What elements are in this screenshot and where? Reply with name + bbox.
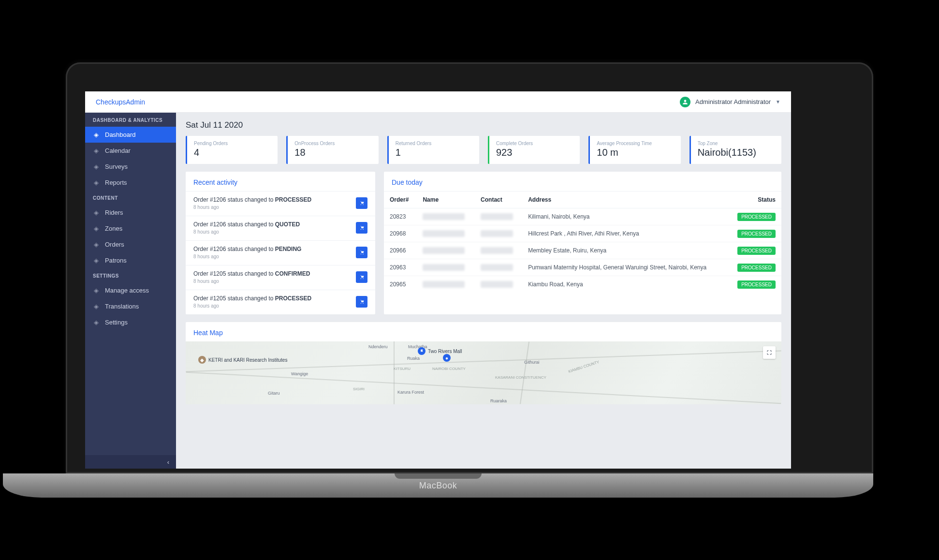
cell-contact: 0700000000: [475, 276, 522, 293]
cell-status: PROCESSED: [728, 242, 781, 259]
view-order-button[interactable]: [356, 271, 367, 283]
map-label: KITSURU: [394, 367, 411, 371]
due-today-panel: Due today Order#NameContactAddressStatus…: [384, 172, 781, 314]
view-order-button[interactable]: [356, 247, 367, 258]
cell-contact: 0700000000: [475, 242, 522, 259]
table-header: Name: [417, 192, 475, 208]
sidebar-item-reports[interactable]: ◈Reports: [85, 175, 176, 191]
panels-row: Recent activity Order #1206 status chang…: [186, 172, 781, 314]
stat-card: Average Processing Time10 m: [588, 136, 680, 164]
activity-timestamp: 8 hours ago: [193, 279, 310, 284]
cell-status: PROCESSED: [728, 259, 781, 276]
cell-name: Redacted Name: [417, 259, 475, 276]
map-label: KIAMBU COUNTY: [568, 360, 600, 374]
cell-address: Kiambu Road, Kenya: [522, 276, 728, 293]
cell-address: Hillcrest Park , Athi River, Athi River,…: [522, 225, 728, 242]
view-order-button[interactable]: [356, 197, 367, 209]
sidebar-item-settings[interactable]: ◈Settings: [85, 314, 176, 330]
table-row[interactable]: 20965 Redacted Name 0700000000 Kiambu Ro…: [384, 276, 781, 293]
cell-order: 20823: [384, 208, 417, 225]
stat-label: Average Processing Time: [597, 141, 674, 146]
brand-logo[interactable]: CheckupsAdmin: [96, 98, 145, 106]
sidebar-item-dashboard[interactable]: ◈Dashboard: [85, 127, 176, 143]
stat-label: OnProcess Orders: [294, 141, 371, 146]
map-label: Karura Forest: [397, 390, 424, 395]
table-header: Status: [728, 192, 781, 208]
user-menu[interactable]: Administrator Administrator ▼: [680, 97, 780, 107]
map-label: SIGIRI: [353, 387, 365, 391]
map-poi[interactable]: ●: [443, 354, 451, 362]
table-header: Order#: [384, 192, 417, 208]
activity-timestamp: 8 hours ago: [193, 205, 311, 210]
sidebar-item-label: Settings: [105, 319, 128, 326]
activity-item: Order #1205 status changed to PROCESSED …: [186, 290, 375, 314]
patron-icon: ◈: [93, 257, 100, 264]
calendar-icon: ◈: [93, 147, 100, 154]
activity-item: Order #1206 status changed to PROCESSED …: [186, 191, 375, 216]
translate-icon: ◈: [93, 303, 100, 310]
view-order-button[interactable]: [356, 296, 367, 308]
sidebar-item-surveys[interactable]: ◈Surveys: [85, 159, 176, 175]
map-poi[interactable]: ◆ KETRI and KARI Research Institutes: [198, 356, 287, 364]
sidebar-item-label: Reports: [105, 179, 127, 186]
table-header: Contact: [475, 192, 522, 208]
map-poi[interactable]: Two Rivers Mall: [418, 347, 462, 355]
sidebar-item-label: Riders: [105, 209, 123, 216]
stat-value: 923: [496, 147, 573, 158]
fullscreen-button[interactable]: [763, 346, 776, 359]
map-label: Wangige: [291, 371, 308, 376]
sidebar-item-calendar[interactable]: ◈Calendar: [85, 143, 176, 159]
settings-icon: ◈: [93, 319, 100, 326]
sidebar-item-label: Manage access: [105, 287, 149, 294]
table-row[interactable]: 20823 Redacted Name 0700000000 Kilimani,…: [384, 208, 781, 225]
map-label: Githurai: [524, 360, 540, 365]
status-badge: PROCESSED: [737, 213, 776, 221]
sidebar-item-label: Orders: [105, 241, 124, 248]
map-label: KASARANI CONSTITUENCY: [495, 375, 546, 380]
activity-timestamp: 8 hours ago: [193, 229, 300, 235]
table-row[interactable]: 20966 Redacted Name 0700000000 Membley E…: [384, 242, 781, 259]
sidebar-item-manage-access[interactable]: ◈Manage access: [85, 282, 176, 298]
sidebar-collapse-button[interactable]: ‹: [85, 455, 176, 469]
activity-text: Order #1205 status changed to CONFIRMED: [193, 270, 310, 277]
stat-card: Returned Orders1: [387, 136, 479, 164]
sidebar-item-translations[interactable]: ◈Translations: [85, 298, 176, 314]
laptop-mockup: CheckupsAdmin Administrator Administrato…: [66, 62, 873, 498]
view-order-button[interactable]: [356, 222, 367, 234]
stat-card: OnProcess Orders18: [286, 136, 378, 164]
cell-name: Redacted Name: [417, 208, 475, 225]
activity-item: Order #1206 status changed to QUOTED 8 h…: [186, 216, 375, 240]
sidebar-item-orders[interactable]: ◈Orders: [85, 236, 176, 252]
cell-status: PROCESSED: [728, 225, 781, 242]
cell-contact: 0700000000: [475, 208, 522, 225]
recent-activity-title: Recent activity: [186, 172, 375, 191]
zone-icon: ◈: [93, 225, 100, 232]
stat-card: Complete Orders923: [488, 136, 580, 164]
sidebar-item-zones[interactable]: ◈Zones: [85, 221, 176, 236]
cell-contact: 0700000000: [475, 259, 522, 276]
map-poi-label: Two Rivers Mall: [428, 349, 462, 354]
cell-status: PROCESSED: [728, 276, 781, 293]
cell-name: Redacted Name: [417, 242, 475, 259]
sidebar-item-riders[interactable]: ◈Riders: [85, 205, 176, 221]
status-badge: PROCESSED: [737, 230, 776, 238]
stat-card: Pending Orders4: [186, 136, 278, 164]
cell-order: 20965: [384, 276, 417, 293]
map-label: Gitaru: [268, 391, 280, 396]
map-pin-icon: ◆: [198, 356, 206, 364]
activity-text: Order #1206 status changed to PENDING: [193, 246, 301, 252]
cell-address: Pumwani Maternity Hospital, General Waru…: [522, 259, 728, 276]
sidebar-section-title: DASHBOARD & ANALYTICS: [85, 113, 176, 127]
due-table: Order#NameContactAddressStatus 20823 Red…: [384, 191, 781, 293]
map-label: NAIROBI COUNTY: [432, 367, 466, 371]
heatmap-map[interactable]: Ndenderu Muchatha Ruaka Wangige Gitaru K…: [186, 341, 781, 404]
stat-value: 1: [396, 147, 472, 158]
table-row[interactable]: 20968 Redacted Name 0700000000 Hillcrest…: [384, 225, 781, 242]
activity-item: Order #1206 status changed to PENDING 8 …: [186, 240, 375, 265]
laptop-base: MacBook: [3, 473, 873, 498]
cell-name: Redacted Name: [417, 276, 475, 293]
map-pin-icon: ●: [443, 354, 451, 362]
table-row[interactable]: 20963 Redacted Name 0700000000 Pumwani M…: [384, 259, 781, 276]
sidebar-item-patrons[interactable]: ◈Patrons: [85, 252, 176, 268]
stat-label: Complete Orders: [496, 141, 573, 146]
